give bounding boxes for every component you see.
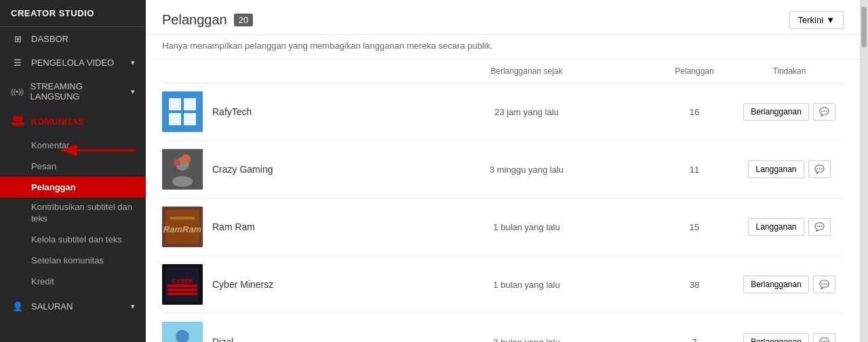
- svg-rect-10: [184, 113, 196, 125]
- sidebar-item-saluran[interactable]: 👤 SALURAN ▾: [0, 295, 146, 318]
- sidebar-item-streaming-langsung[interactable]: ((•)) STREAMING LANGSUNG ▾: [0, 74, 146, 108]
- svg-rect-21: [170, 217, 195, 219]
- channel-name: Cyber Minersz: [212, 279, 273, 290]
- sidebar-item-pengelola-video[interactable]: ☰ PENGELOLA VIDEO ▾: [0, 51, 146, 74]
- sidebar-item-label: DASBOR: [31, 34, 68, 44]
- subscribe-button[interactable]: Berlangganan: [743, 103, 809, 121]
- action-cell: Langganan 💬: [735, 218, 844, 236]
- scroll-thumb[interactable]: [861, 7, 867, 47]
- sidebar-saluran-label: SALURAN: [31, 301, 73, 312]
- message-button[interactable]: 💬: [808, 161, 831, 178]
- svg-rect-9: [169, 113, 181, 125]
- col-header-action: Tindakan: [735, 66, 844, 76]
- page-header: Pelanggan 20 Terkini ▼: [146, 0, 860, 35]
- page-subtitle: Hanya menampilkan pelanggan yang membagi…: [146, 35, 860, 60]
- table-row: CYBER Cyber Minersz 1 bulan yang lalu 38…: [162, 256, 844, 314]
- table-row: Rizal 3 bulan yang lalu 7 Berlangganan 💬: [162, 314, 844, 342]
- channel-name: Rizal: [212, 337, 233, 342]
- svg-text:RamRam: RamRam: [163, 224, 202, 234]
- message-icon: 💬: [819, 337, 829, 342]
- sort-button[interactable]: Terkini ▼: [789, 11, 844, 29]
- channel-info: Rizal: [162, 322, 399, 342]
- subscribe-button[interactable]: Langganan: [748, 218, 804, 236]
- channel-name: Crazy Gaming: [212, 164, 273, 175]
- sidebar: CREATOR STUDIO ⊞ DASBOR ☰ PENGELOLA VIDE…: [0, 0, 146, 342]
- svg-point-0: [13, 116, 18, 121]
- since-cell: 1 bulan yang lalu: [399, 222, 654, 232]
- svg-point-3: [16, 122, 24, 126]
- subscriber-count-badge: 20: [234, 14, 253, 26]
- table-row: RafyTech 23 jam yang lalu 16 Berlanggana…: [162, 83, 844, 141]
- col-header-channel: [162, 66, 399, 76]
- table-header-row: Berlangganan sejak Pelanggan Tindakan: [162, 60, 844, 83]
- message-icon: 💬: [814, 165, 825, 174]
- message-icon: 💬: [814, 222, 825, 232]
- channel-thumb: RamRam: [162, 207, 203, 247]
- svg-rect-27: [167, 293, 197, 295]
- svg-text:CYBER: CYBER: [172, 278, 193, 284]
- chevron-down-icon: ▾: [131, 58, 135, 67]
- channel-thumb: [162, 322, 203, 342]
- message-icon: 💬: [819, 107, 829, 116]
- page-title: Pelanggan: [162, 12, 227, 28]
- message-button[interactable]: 💬: [813, 103, 835, 121]
- sidebar-sub-pelanggan[interactable]: Pelanggan: [0, 177, 146, 198]
- sort-chevron-icon: ▼: [826, 15, 835, 25]
- scrollbar[interactable]: [860, 0, 868, 342]
- chevron-down-icon: ▾: [131, 87, 135, 96]
- sidebar-sub-kontribusikan[interactable]: Kontribusikan subtitel dan teks: [0, 198, 146, 229]
- svg-rect-8: [184, 98, 196, 110]
- col-header-subscribers: Pelanggan: [654, 66, 735, 76]
- table-row: Crazy Gaming 3 minggu yang lalu 11 Langg…: [162, 141, 844, 198]
- dasbor-icon: ⊞: [11, 34, 24, 44]
- sidebar-item-komunitas[interactable]: KOMUNITAS: [0, 108, 146, 135]
- action-cell: Langganan 💬: [735, 161, 844, 178]
- svg-point-16: [174, 159, 180, 166]
- channel-name: Ram Ram: [212, 221, 255, 232]
- page-title-area: Pelanggan 20: [162, 12, 253, 28]
- since-cell: 23 jam yang lalu: [399, 107, 654, 117]
- svg-point-15: [172, 176, 193, 187]
- action-cell: Berlangganan 💬: [735, 103, 844, 121]
- svg-rect-7: [169, 98, 181, 110]
- svg-rect-26: [167, 288, 197, 291]
- subscribe-button[interactable]: Langganan: [748, 161, 804, 178]
- channel-info: Crazy Gaming: [162, 149, 399, 190]
- sidebar-sub-kredit[interactable]: Kredit: [0, 271, 146, 292]
- channel-thumb: CYBER: [162, 264, 203, 305]
- channel-info: RamRam Ram Ram: [162, 207, 399, 247]
- saluran-icon: 👤: [11, 301, 24, 312]
- action-cell: Berlangganan 💬: [735, 276, 844, 293]
- chevron-down-icon: ▾: [131, 302, 135, 311]
- channel-info: RafyTech: [162, 91, 399, 132]
- message-button[interactable]: 💬: [813, 276, 835, 293]
- table-row: RamRam Ram Ram 1 bulan yang lalu 15 Lang…: [162, 198, 844, 256]
- pengelola-video-icon: ☰: [11, 58, 24, 68]
- subscribe-button[interactable]: Berlangganan: [743, 276, 809, 293]
- message-button[interactable]: 💬: [813, 333, 835, 342]
- sidebar-header: CREATOR STUDIO: [0, 0, 146, 27]
- subscribers-cell: 15: [654, 222, 735, 232]
- since-cell: 1 bulan yang lalu: [399, 280, 654, 290]
- since-cell: 3 minggu yang lalu: [399, 165, 654, 175]
- subscribers-cell: 16: [654, 107, 735, 117]
- sidebar-komunitas-label: KOMUNITAS: [31, 116, 84, 127]
- message-icon: 💬: [819, 280, 829, 289]
- subscribers-cell: 38: [654, 280, 735, 290]
- channel-name: RafyTech: [212, 106, 252, 117]
- svg-point-1: [18, 116, 23, 121]
- streaming-icon: ((•)): [11, 87, 24, 95]
- subscribe-button[interactable]: Berlangganan: [743, 333, 809, 342]
- subscribers-table: Berlangganan sejak Pelanggan Tindakan: [146, 60, 860, 342]
- sidebar-sub-kelola-subtitel[interactable]: Kelola subtitel dan teks: [0, 229, 146, 250]
- message-button[interactable]: 💬: [808, 218, 831, 236]
- sidebar-item-label: STREAMING LANGSUNG: [31, 81, 124, 102]
- channel-info: CYBER Cyber Minersz: [162, 264, 399, 305]
- action-cell: Berlangganan 💬: [735, 333, 844, 342]
- channel-thumb: [162, 149, 203, 190]
- col-header-since: Berlangganan sejak: [399, 66, 654, 76]
- sidebar-sub-setelan-komunitas[interactable]: Setelan komunitas: [0, 250, 146, 271]
- subscribers-cell: 7: [654, 337, 735, 343]
- sidebar-item-dasbor[interactable]: ⊞ DASBOR: [0, 27, 146, 51]
- svg-point-17: [181, 154, 191, 164]
